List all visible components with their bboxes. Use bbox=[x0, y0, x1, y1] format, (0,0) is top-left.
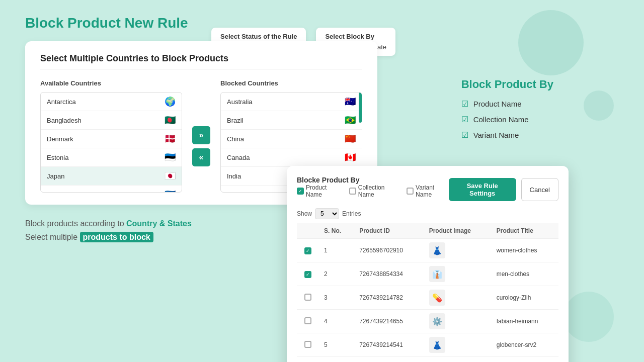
row-product-title: women-clothes bbox=[492, 239, 558, 262]
row-sno: 1 bbox=[319, 239, 354, 262]
product-thumb: 👗 bbox=[429, 242, 445, 258]
row-product-image: 👗 bbox=[424, 239, 492, 262]
modal-product-name-option[interactable]: ✓ Product Name bbox=[297, 184, 341, 198]
page-title: Block Product New Rule bbox=[25, 15, 619, 31]
col-sno: S. No. bbox=[319, 223, 354, 239]
save-rule-button[interactable]: Save Rule Settings bbox=[449, 178, 516, 201]
country-name: Italy bbox=[227, 191, 239, 193]
modal-title-area: Blocke Product By ✓ Product Name Collect… bbox=[297, 176, 449, 203]
row-checkbox[interactable] bbox=[304, 341, 311, 348]
country-name: Australia bbox=[227, 98, 253, 106]
row-checkbox[interactable] bbox=[304, 294, 311, 301]
main-card-title: Select Multiple Countries to Block Produ… bbox=[40, 53, 362, 69]
available-country-item[interactable]: Bangladesh🇧🇩 bbox=[41, 111, 182, 130]
transfer-buttons: » « bbox=[192, 79, 210, 193]
row-sno: 2 bbox=[319, 262, 354, 286]
row-product-image: ⚙️ bbox=[424, 310, 492, 333]
row-checkbox[interactable]: ✓ bbox=[304, 247, 311, 254]
row-product-image: 💊 bbox=[424, 286, 492, 310]
row-product-id: 7265596702910 bbox=[354, 239, 424, 262]
modal-variant-checkbox[interactable] bbox=[407, 188, 414, 195]
row-checkbox[interactable]: ✓ bbox=[304, 271, 311, 278]
modal-product-checkbox[interactable]: ✓ bbox=[297, 188, 304, 195]
available-country-list[interactable]: Antarctica🌍Bangladesh🇧🇩Denmark🇩🇰Estonia🇪… bbox=[40, 92, 182, 193]
available-country-item[interactable]: Japan🇯🇵 bbox=[41, 167, 182, 186]
blocked-title: Blocked Countries bbox=[220, 79, 362, 87]
product-thumb: 👔 bbox=[429, 266, 445, 282]
row-sno: 3 bbox=[319, 286, 354, 310]
available-country-item[interactable]: North Korea🇰🇵 bbox=[41, 186, 182, 193]
row-product-id: 7267438854334 bbox=[354, 262, 424, 286]
row-sno: 4 bbox=[319, 310, 354, 333]
blocked-country-item[interactable]: China🇨🇳 bbox=[221, 130, 362, 148]
entries-select[interactable]: 5 10 25 bbox=[315, 208, 339, 219]
country-flag: 🇦🇺 bbox=[345, 96, 356, 107]
blocked-country-item[interactable]: Brazil🇧🇷 bbox=[221, 111, 362, 130]
bottom-highlight2: products to block bbox=[80, 232, 153, 242]
table-header-row: S. No. Product ID Product Image Product … bbox=[297, 223, 558, 239]
available-country-item[interactable]: Estonia🇪🇪 bbox=[41, 148, 182, 167]
product-thumb: 👗 bbox=[429, 337, 445, 353]
country-name: Japan bbox=[47, 172, 64, 180]
bottom-highlight1: Country & States bbox=[126, 219, 192, 228]
country-flag: 🇨🇦 bbox=[345, 152, 356, 163]
country-name: North Korea bbox=[47, 191, 82, 193]
country-name: Denmark bbox=[47, 135, 73, 143]
row-checkbox[interactable] bbox=[304, 317, 311, 324]
blocked-country-item[interactable]: Canada🇨🇦 bbox=[221, 148, 362, 167]
row-product-image: 👗 bbox=[424, 333, 492, 357]
table-row: 3 7267439214782 💊 curology-Zlih bbox=[297, 286, 558, 310]
row-checkbox-cell[interactable] bbox=[297, 333, 319, 357]
table-row: ✓ 1 7265596702910 👗 women-clothes bbox=[297, 239, 558, 262]
modal-collection-label: Collection Name bbox=[358, 184, 398, 198]
row-product-image: 👔 bbox=[424, 262, 492, 286]
row-checkbox-cell[interactable] bbox=[297, 310, 319, 333]
blocked-country-item[interactable]: Australia🇦🇺 bbox=[221, 93, 362, 111]
modal-title: Blocke Product By bbox=[297, 176, 449, 184]
transfer-forward-button[interactable]: » bbox=[192, 126, 210, 144]
col-product-title: Product Title bbox=[492, 223, 558, 239]
row-product-title: fabian-heimann bbox=[492, 310, 558, 333]
country-flag: 🇰🇵 bbox=[165, 189, 176, 193]
col-product-id: Product ID bbox=[354, 223, 424, 239]
modal-variant-option[interactable]: Variant Name bbox=[407, 184, 449, 198]
country-flag: 🇧🇩 bbox=[165, 115, 176, 126]
row-product-title: curology-Zlih bbox=[492, 286, 558, 310]
table-row: ✓ 2 7267438854334 👔 men-clothes bbox=[297, 262, 558, 286]
row-checkbox-cell[interactable]: ✓ bbox=[297, 262, 319, 286]
table-body: ✓ 1 7265596702910 👗 women-clothes ✓ 2 72… bbox=[297, 239, 558, 357]
show-label: Show bbox=[297, 210, 312, 217]
row-sno: 5 bbox=[319, 333, 354, 357]
cancel-button[interactable]: Cancel bbox=[521, 178, 558, 201]
table-row: 4 7267439214655 ⚙️ fabian-heimann bbox=[297, 310, 558, 333]
available-country-item[interactable]: Antarctica🌍 bbox=[41, 93, 182, 111]
entries-label: Entries bbox=[342, 210, 361, 217]
country-flag: 🇨🇳 bbox=[345, 133, 356, 144]
modal-header: Blocke Product By ✓ Product Name Collect… bbox=[297, 176, 558, 203]
modal-collection-option[interactable]: Collection Name bbox=[349, 184, 398, 198]
col-checkbox bbox=[297, 223, 319, 239]
products-table: S. No. Product ID Product Image Product … bbox=[297, 223, 558, 357]
country-flag: 🇯🇵 bbox=[165, 170, 176, 182]
col-product-image: Product Image bbox=[424, 223, 492, 239]
modal-overlay: Blocke Product By ✓ Product Name Collect… bbox=[287, 166, 569, 362]
scrollbar-indicator[interactable] bbox=[359, 93, 362, 123]
bottom-line2-text: Select multiple bbox=[25, 233, 77, 241]
row-product-title: globencer-srv2 bbox=[492, 333, 558, 357]
modal-table-controls: Show 5 10 25 Entries bbox=[297, 208, 558, 219]
country-name: China bbox=[227, 135, 244, 143]
country-name: Brazil bbox=[227, 117, 244, 124]
row-checkbox-cell[interactable]: ✓ bbox=[297, 239, 319, 262]
country-name: Canada bbox=[227, 154, 250, 161]
country-flag: 🇧🇷 bbox=[345, 115, 356, 126]
country-flag: 🌍 bbox=[165, 96, 176, 107]
modal-collection-checkbox[interactable] bbox=[349, 188, 356, 195]
transfer-back-button[interactable]: « bbox=[192, 148, 210, 166]
row-checkbox-cell[interactable] bbox=[297, 286, 319, 310]
row-product-id: 7267439214782 bbox=[354, 286, 424, 310]
available-country-item[interactable]: Denmark🇩🇰 bbox=[41, 130, 182, 148]
country-flag: 🇩🇰 bbox=[165, 133, 176, 144]
country-name: Estonia bbox=[47, 154, 68, 161]
table-row: 5 7267439214541 👗 globencer-srv2 bbox=[297, 333, 558, 357]
product-thumb: 💊 bbox=[429, 290, 445, 306]
